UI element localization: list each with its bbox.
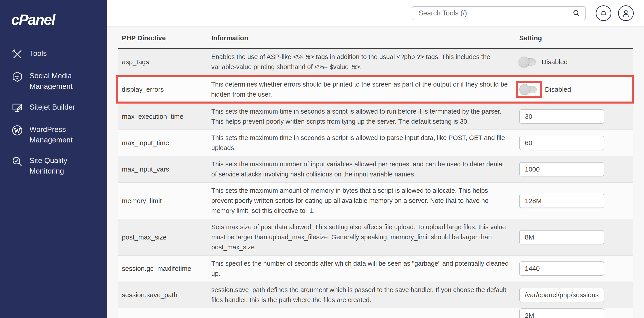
directive-setting-cell — [519, 230, 633, 244]
table-row-session.save_path: session.save_pathsession.save_path defin… — [118, 282, 633, 308]
directive-information: This specifies the number of seconds aft… — [211, 256, 519, 282]
toggle-knob — [520, 84, 530, 95]
sidebar: cPanel ToolsSocial Media ManagementSitej… — [0, 0, 107, 318]
directive-setting-cell — [519, 262, 633, 276]
directive-setting-cell — [519, 288, 633, 302]
directive-name: display_errors — [118, 86, 211, 93]
directive-name: post_max_size — [118, 234, 211, 241]
topbar — [107, 0, 644, 26]
bell-icon — [599, 8, 608, 18]
table-body: asp_tagsEnables the use of ASP-like <% %… — [118, 49, 633, 318]
table-row-display_errors: display_errorsThis determines whether er… — [116, 75, 634, 104]
column-header-information: Information — [211, 34, 519, 42]
directive-information: This sets the maximum time in seconds a … — [211, 104, 519, 130]
directive-name: session.save_path — [118, 291, 211, 299]
directive-setting-cell — [519, 109, 633, 124]
sidebar-item-tools[interactable]: Tools — [11, 48, 100, 60]
post_max_size-input[interactable] — [519, 230, 604, 244]
search-box — [412, 6, 586, 20]
table-row-session.gc_maxlifetime: session.gc_maxlifetimeThis specifies the… — [118, 256, 633, 282]
tools-icon — [11, 48, 23, 60]
sidebar-item-label: Tools — [30, 48, 47, 59]
session.gc_maxlifetime-input[interactable] — [519, 262, 604, 276]
table-row-max_input_time: max_input_timeThis sets the maximum time… — [118, 130, 633, 156]
directive-name: memory_limit — [118, 197, 211, 204]
directive-information: This sets the maximum time in seconds a … — [211, 130, 519, 156]
sitejet-builder-icon — [11, 102, 23, 114]
partial-row-input[interactable] — [519, 308, 604, 318]
memory_limit-input[interactable] — [519, 194, 604, 208]
directive-setting-cell — [519, 136, 633, 150]
sidebar-item-label: WordPress Management — [30, 124, 100, 145]
app-root: cPanel ToolsSocial Media ManagementSitej… — [0, 0, 644, 318]
table-row-memory_limit: memory_limitThis sets the maximum amount… — [118, 183, 633, 219]
table-header-row: PHP Directive Information Setting — [118, 26, 633, 49]
directive-information: Enables the use of ASP-like <% %> tags i… — [211, 49, 519, 75]
toggle-highlight-box — [516, 81, 542, 98]
user-icon — [621, 8, 630, 18]
directive-information — [211, 313, 519, 318]
asp_tags-toggle[interactable] — [519, 58, 536, 66]
toggle-state-label: Disabled — [545, 86, 571, 93]
directive-setting-cell: Disabled — [519, 81, 633, 98]
directive-setting-cell — [519, 308, 633, 318]
social-media-icon — [11, 71, 23, 83]
display_errors-toggle[interactable] — [520, 86, 537, 93]
sidebar-item-label: Sitejet Builder — [30, 102, 75, 112]
table-row-asp_tags: asp_tagsEnables the use of ASP-like <% %… — [118, 49, 633, 75]
directive-name: max_input_time — [118, 139, 211, 147]
directive-information: This determines whether errors should be… — [211, 78, 519, 102]
sidebar-item-label: Social Media Management — [30, 71, 100, 92]
sidebar-item-label: Site Quality Monitoring — [30, 156, 100, 176]
directive-name: asp_tags — [118, 58, 211, 66]
directive-information: Sets max size of post data allowed. This… — [211, 219, 519, 255]
directive-information: This sets the maximum number of input va… — [211, 156, 519, 182]
search-icon[interactable] — [572, 9, 580, 17]
toggle-state-label: Disabled — [542, 58, 568, 66]
directive-name: session.gc_maxlifetime — [118, 265, 211, 272]
table-row-max_execution_time: max_execution_timeThis sets the maximum … — [118, 104, 633, 130]
directive-setting-cell — [519, 162, 633, 176]
cpanel-logo[interactable]: cPanel — [11, 11, 100, 28]
toggle-wrapper: Disabled — [519, 81, 633, 98]
search-input[interactable] — [412, 6, 586, 20]
max_input_vars-input[interactable] — [519, 162, 604, 176]
column-header-php-directive: PHP Directive — [118, 34, 211, 42]
notifications-button[interactable] — [596, 5, 611, 21]
content-area: PHP Directive Information Setting asp_ta… — [107, 26, 644, 318]
session.save_path-input[interactable] — [519, 288, 604, 302]
sidebar-item-site-quality-monitoring[interactable]: Site Quality Monitoring — [11, 156, 100, 176]
sidebar-item-social-media-management[interactable]: Social Media Management — [11, 71, 100, 92]
directive-setting-cell — [519, 194, 633, 208]
sidebar-nav: ToolsSocial Media ManagementSitejet Buil… — [11, 48, 100, 176]
account-button[interactable] — [618, 5, 634, 21]
directive-name: max_input_vars — [118, 166, 211, 173]
directive-information: session.save_path defines the argument w… — [211, 282, 519, 308]
php-directives-table: PHP Directive Information Setting asp_ta… — [118, 26, 633, 318]
max_input_time-input[interactable] — [519, 136, 604, 150]
directive-information: This sets the maximum amount of memory i… — [211, 183, 519, 219]
directive-setting-cell: Disabled — [519, 58, 633, 66]
max_execution_time-input[interactable] — [519, 109, 604, 124]
table-row-max_input_vars: max_input_varsThis sets the maximum numb… — [118, 156, 633, 183]
site-quality-icon — [11, 156, 23, 168]
column-header-setting: Setting — [519, 34, 633, 42]
sidebar-item-wordpress-management[interactable]: WordPress Management — [11, 124, 100, 145]
toggle-knob — [518, 56, 529, 67]
table-row-partial — [118, 308, 633, 318]
toggle-wrapper: Disabled — [519, 58, 633, 66]
wordpress-icon — [11, 124, 23, 136]
main-area: PHP Directive Information Setting asp_ta… — [107, 0, 644, 318]
sidebar-item-sitejet-builder[interactable]: Sitejet Builder — [11, 102, 100, 114]
directive-name: max_execution_time — [118, 113, 211, 120]
table-row-post_max_size: post_max_sizeSets max size of post data … — [118, 219, 633, 256]
